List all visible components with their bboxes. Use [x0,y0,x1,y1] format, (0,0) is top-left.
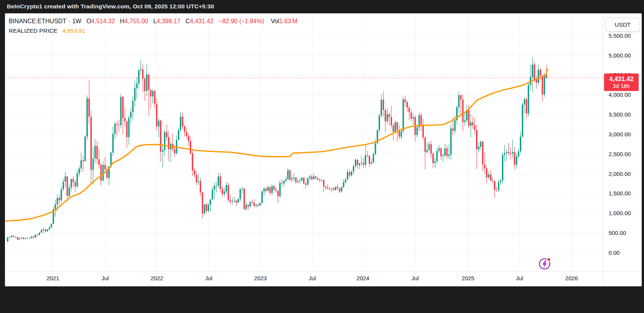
bar-countdown: 3d 18h [613,83,630,90]
symbol-name: BINANCE:ETHUSDT [9,18,66,24]
indicator-legend[interactable]: REALIZED PRICE 4,653.91 [9,27,85,34]
time-axis-label: 2024 [356,275,369,281]
chart-plot-area[interactable] [0,0,644,313]
time-axis-label: 2023 [254,275,267,281]
overlays [5,69,604,221]
price-axis-label: 1,000.00 [609,210,631,217]
change-value: −82.90 (−1.84%) [219,18,264,24]
tradingview-published-chart: BeInCrypto1 created with TradingView.com… [0,0,644,313]
time-axis-label: Jul [101,275,109,281]
close-value: 4,431.42 [190,18,214,24]
open-label: O [86,18,91,24]
interval-label: 1W [72,18,81,24]
price-axis-label: 3,500.00 [609,111,631,118]
price-axis-label: 5,000.00 [609,52,631,59]
indicator-name: REALIZED PRICE [9,27,57,34]
price-axis-label: 5,500.00 [609,32,631,39]
open-value: 4,514.32 [91,18,115,24]
last-price-label: 4,431.42 3d 18h [604,73,639,91]
boost-rocket-icon[interactable] [540,258,551,269]
indicator-value: 4,653.91 [62,27,85,34]
time-axis-label: Jul [411,275,419,281]
volume-value: 1.63 M [279,18,297,24]
last-price-value: 4,431.42 [609,75,633,83]
low-label: L [153,18,157,24]
realized-price-line [6,69,548,221]
time-axis-label: 2021 [46,275,59,281]
candles [7,57,547,242]
currency-toggle-button[interactable]: USDT [606,18,640,32]
legend-separator: · [68,18,70,24]
price-axis-label: 4,000.00 [609,91,631,98]
price-axis-label: 1,500.00 [609,190,631,197]
grid-lines [5,13,642,286]
footer-bar: TradingView [0,286,644,313]
price-axis-label: 500.00 [609,230,626,236]
price-axis-label: 2,500.00 [609,151,631,158]
price-axis-label: 2,000.00 [609,171,631,177]
time-axis-label: 2022 [150,275,163,281]
price-axis-label: 3,000.00 [609,131,631,138]
close-label: C [185,18,190,24]
symbol-legend[interactable]: BINANCE:ETHUSDT·1W O4,514.32 H4,755.00 L… [9,18,297,25]
high-label: H [120,18,125,24]
time-axis-label: 2026 [565,275,578,281]
time-axis-label: 2025 [462,275,474,281]
volume-label: Vol [271,18,279,24]
price-axis-label: 0.00 [609,249,620,256]
time-axis-label: Jul [205,275,212,281]
time-axis-label: Jul [516,275,523,281]
time-axis-label: Jul [308,275,316,281]
high-value: 4,755.00 [125,18,148,24]
low-value: 4,398.17 [157,18,180,24]
